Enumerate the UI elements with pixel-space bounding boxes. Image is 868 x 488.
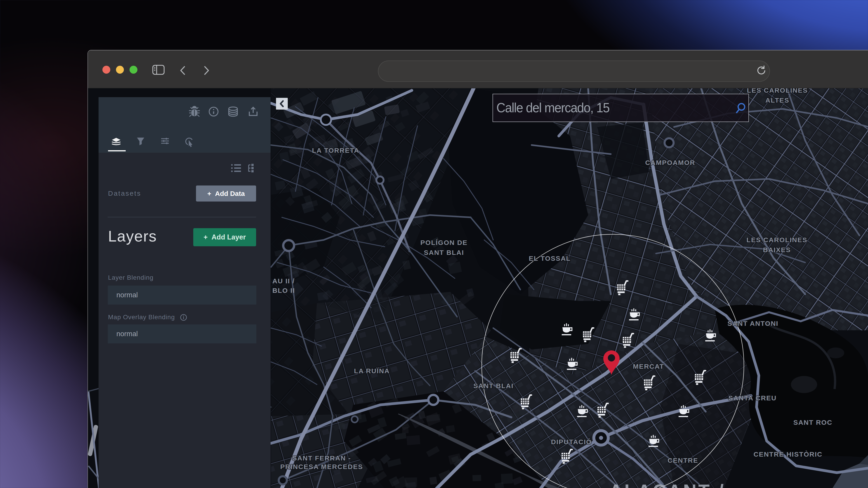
svg-text:DIPUTACIÓ: DIPUTACIÓ	[551, 438, 592, 446]
svg-text:BAIXES: BAIXES	[763, 246, 791, 254]
svg-text:SANT BLAI: SANT BLAI	[424, 249, 464, 256]
svg-text:LA TORRETA: LA TORRETA	[312, 147, 359, 154]
svg-text:CENTRE: CENTRE	[668, 457, 698, 464]
svg-text:CENTRE HISTÒRIC: CENTRE HISTÒRIC	[753, 451, 822, 458]
svg-text:PRINCESA MERCEDES: PRINCESA MERCEDES	[280, 463, 363, 470]
svg-text:EL TOSSAL: EL TOSSAL	[529, 255, 570, 262]
svg-text:CAMPOAMOR: CAMPOAMOR	[645, 159, 695, 166]
svg-text:BLO II: BLO II	[272, 287, 295, 294]
svg-text:SANT ANTONI: SANT ANTONI	[727, 320, 778, 327]
svg-text:AU II /: AU II /	[272, 277, 295, 285]
svg-text:LES CAROLINES: LES CAROLINES	[746, 236, 807, 243]
svg-text:LES CAROLINES: LES CAROLINES	[747, 88, 808, 94]
svg-text:ALACANT /: ALACANT /	[609, 481, 725, 488]
svg-text:POLÍGON DE: POLÍGON DE	[421, 239, 467, 246]
svg-text:MERCAT: MERCAT	[633, 363, 664, 370]
svg-text:SANT BLAI: SANT BLAI	[473, 382, 514, 390]
svg-text:ALTES: ALTES	[765, 96, 789, 104]
svg-text:SANT FERRAN -: SANT FERRAN -	[292, 454, 351, 462]
svg-text:SANTA CREU: SANTA CREU	[728, 394, 776, 402]
svg-text:SANT ROC: SANT ROC	[794, 419, 833, 426]
svg-text:LA RUÏNA: LA RUÏNA	[354, 367, 390, 375]
